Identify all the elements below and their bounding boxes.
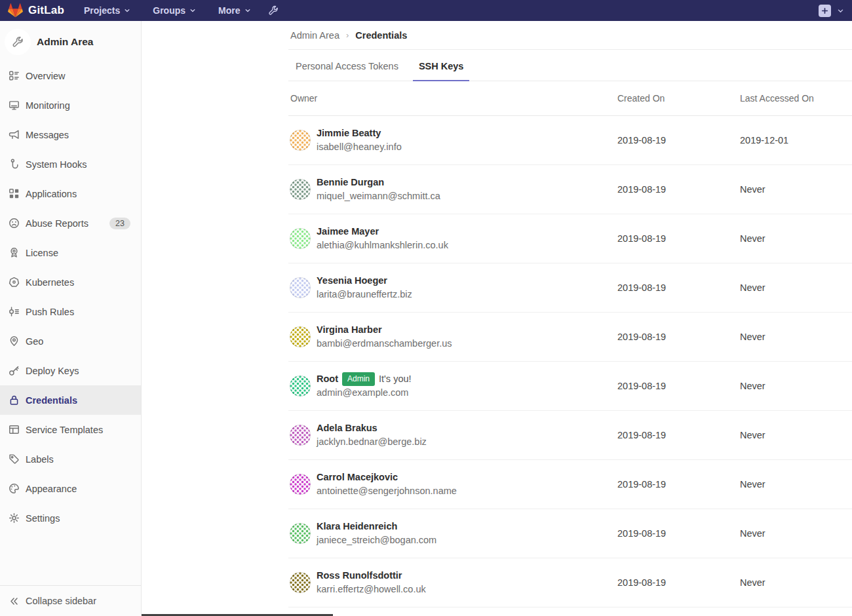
user-avatar[interactable]: [290, 179, 311, 200]
sidebar-item-license[interactable]: License: [0, 238, 141, 267]
owner-email-link[interactable]: admin@example.com: [317, 387, 408, 398]
sidebar-item-settings[interactable]: Settings: [0, 503, 141, 533]
breadcrumb: Admin Area›Credentials: [288, 21, 852, 50]
owner-email-link[interactable]: larita@brauneffertz.biz: [317, 289, 412, 299]
user-avatar[interactable]: [290, 474, 311, 495]
sidebar-item-credentials[interactable]: Credentials: [0, 385, 141, 415]
owner-name-link[interactable]: Jaimee Mayer: [317, 225, 448, 239]
gitlab-home-link[interactable]: GitLab: [8, 3, 64, 18]
user-avatar[interactable]: [290, 425, 311, 446]
labels-icon: [9, 453, 20, 465]
monitoring-icon: [9, 100, 20, 111]
navbar-right-controls: [819, 5, 844, 17]
created-on-value: 2019-08-19: [617, 381, 740, 391]
main-content: Admin Area›Credentials Personal Access T…: [288, 21, 852, 607]
chevron-down-icon: [244, 7, 251, 14]
column-owner: Owner: [288, 93, 617, 104]
sidebar-item-labels[interactable]: Labels: [0, 444, 141, 474]
owner-email-link[interactable]: bambi@erdmanschamberger.us: [317, 338, 452, 349]
created-on-value: 2019-08-19: [617, 233, 740, 244]
sidebar-item-label: Overview: [26, 71, 65, 81]
owner-name-link[interactable]: Adela Brakus: [317, 421, 427, 435]
tab-personal-access-tokens[interactable]: Personal Access Tokens: [290, 50, 404, 81]
table-row: Carrol Macejkovic antoinette@sengerjohns…: [288, 460, 852, 509]
user-avatar[interactable]: [290, 523, 311, 544]
table-row: Jaimee Mayer alethia@kuhlmankshlerin.co.…: [288, 214, 852, 263]
abuse-reports-icon: [9, 218, 20, 229]
sidebar-item-applications[interactable]: Applications: [0, 179, 141, 208]
user-avatar[interactable]: [290, 228, 311, 249]
sidebar-item-overview[interactable]: Overview: [0, 61, 141, 90]
nav-link-projects[interactable]: Projects: [84, 5, 130, 16]
user-avatar[interactable]: [290, 375, 311, 396]
sidebar-item-monitoring[interactable]: Monitoring: [0, 90, 141, 120]
breadcrumb-item-admin-area[interactable]: Admin Area: [290, 30, 339, 41]
table-row: RootAdminIt's you! admin@example.com 201…: [288, 362, 852, 411]
credentials-icon: [9, 395, 20, 406]
owner-name-link[interactable]: RootAdminIt's you!: [317, 372, 412, 386]
created-on-value: 2019-08-19: [617, 577, 740, 588]
sidebar-item-label: System Hooks: [26, 159, 87, 170]
collapse-sidebar-button[interactable]: Collapse sidebar: [0, 585, 141, 616]
sidebar-item-label: Appearance: [26, 484, 77, 494]
sidebar-item-label: Deploy Keys: [26, 366, 79, 376]
user-avatar[interactable]: [290, 572, 311, 593]
sidebar-item-messages[interactable]: Messages: [0, 120, 141, 149]
sidebar-item-deploy-keys[interactable]: Deploy Keys: [0, 356, 141, 385]
user-avatar[interactable]: [290, 277, 311, 298]
user-avatar[interactable]: [290, 326, 311, 347]
sidebar-item-push-rules[interactable]: Push Rules: [0, 297, 141, 326]
owner-email-link[interactable]: karri.effertz@howell.co.uk: [317, 584, 426, 594]
created-on-value: 2019-08-19: [617, 135, 740, 145]
tab-ssh-keys[interactable]: SSH Keys: [413, 50, 470, 81]
sidebar-item-label: Applications: [26, 189, 77, 199]
owner-name-link[interactable]: Bennie Durgan: [317, 176, 440, 189]
table-header: Owner Created On Last Accessed On: [288, 81, 852, 116]
owner-name-link[interactable]: Klara Heidenreich: [317, 520, 436, 533]
owner-name-link[interactable]: Virgina Harber: [317, 323, 452, 337]
created-on-value: 2019-08-19: [617, 184, 740, 195]
owner-email-link[interactable]: antoinette@sengerjohnson.name: [317, 486, 457, 496]
nav-link-more[interactable]: More: [218, 5, 250, 16]
brand-name: GitLab: [28, 4, 64, 17]
sidebar-item-label: Messages: [26, 130, 69, 140]
admin-badge: Admin: [342, 372, 375, 385]
owner-name-link[interactable]: Ross Runolfsdottir: [317, 569, 426, 583]
last-accessed-on-value: Never: [740, 430, 852, 440]
sidebar-item-abuse-reports[interactable]: Abuse Reports 23: [0, 208, 141, 238]
owner-cell: Adela Brakus jacklyn.bednar@berge.biz: [288, 421, 617, 449]
sidebar-item-appearance[interactable]: Appearance: [0, 474, 141, 503]
chevron-down-icon: [189, 7, 196, 14]
sidebar-item-kubernetes[interactable]: Kubernetes: [0, 267, 141, 297]
owner-email-link[interactable]: jacklyn.bednar@berge.biz: [317, 436, 427, 447]
sidebar-item-geo[interactable]: Geo: [0, 326, 141, 356]
owner-email-link[interactable]: alethia@kuhlmankshlerin.co.uk: [317, 240, 448, 250]
created-on-value: 2019-08-19: [617, 430, 740, 440]
ssh-keys-table: Jimmie Beatty isabell@heaney.info 2019-0…: [288, 116, 852, 607]
owner-name-link[interactable]: Carrol Macejkovic: [317, 471, 457, 484]
navbar-links: ProjectsGroupsMore: [84, 5, 250, 16]
new-item-plus-button[interactable]: [819, 5, 831, 17]
sidebar-item-service-templates[interactable]: Service Templates: [0, 415, 141, 444]
breadcrumb-item-credentials[interactable]: Credentials: [355, 30, 407, 41]
breadcrumb-separator: ›: [346, 30, 349, 40]
owner-email-link[interactable]: miquel_weimann@schmitt.ca: [317, 191, 440, 201]
owner-name-link[interactable]: Yesenia Hoeger: [317, 274, 412, 288]
gitlab-tanuki-logo-icon: [8, 3, 23, 18]
owner-email-link[interactable]: isabell@heaney.info: [317, 142, 402, 152]
owner-cell: Jimmie Beatty isabell@heaney.info: [288, 126, 617, 154]
admin-area-wrench-icon[interactable]: [268, 5, 279, 16]
sidebar-item-system-hooks[interactable]: System Hooks: [0, 149, 141, 179]
user-avatar[interactable]: [290, 130, 311, 151]
sidebar-nav: Overview Monitoring Messages System Hook…: [0, 61, 141, 533]
owner-email-link[interactable]: janiece_streich@bogan.com: [317, 535, 436, 545]
sidebar-item-label: Geo: [26, 336, 43, 347]
owner-name-link[interactable]: Jimmie Beatty: [317, 126, 402, 140]
chevron-down-icon[interactable]: [837, 7, 844, 14]
system-hooks-icon: [9, 159, 20, 170]
sidebar-item-label: License: [26, 248, 58, 258]
nav-link-groups[interactable]: Groups: [153, 5, 196, 16]
messages-icon: [9, 129, 20, 140]
column-created-on: Created On: [617, 93, 740, 104]
last-accessed-on-value: Never: [740, 577, 852, 588]
